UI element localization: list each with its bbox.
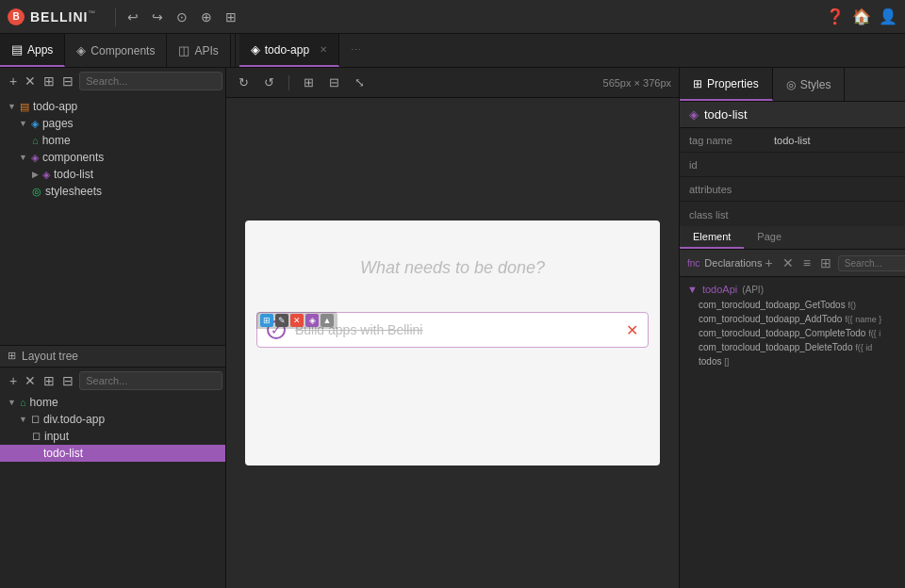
tool-delete[interactable]: ✕ bbox=[290, 314, 304, 327]
tree-item-label: home bbox=[42, 134, 71, 147]
main-area: + ✕ ⊞ ⊟ ▼ ▤ todo-app ▼ ◈ pages ⌂ home bbox=[0, 68, 905, 588]
left-panel: + ✕ ⊞ ⊟ ▼ ▤ todo-app ▼ ◈ pages ⌂ home bbox=[0, 68, 226, 588]
decl-item-fn: f({ id bbox=[855, 343, 872, 352]
undo-button[interactable]: ↩ bbox=[123, 6, 142, 28]
tab-apps-label: Apps bbox=[27, 43, 53, 57]
selected-element-header: ◈ todo-list bbox=[680, 102, 905, 128]
properties-icon: ⊞ bbox=[693, 77, 702, 90]
decl-search-input[interactable] bbox=[838, 255, 905, 271]
expand-button[interactable]: ⤡ bbox=[350, 74, 370, 91]
editor-tab-close[interactable]: ✕ bbox=[320, 44, 327, 55]
decl-item-deletetodo[interactable]: com_torocloud_todoapp_DeleteTodo f({ id bbox=[680, 340, 905, 354]
tree-item-todo-list[interactable]: ▶ ◈ todo-list bbox=[0, 166, 225, 183]
tab-divider bbox=[235, 34, 236, 67]
right-panel: ⊞ Properties ◎ Styles ◈ todo-list tag na… bbox=[679, 68, 905, 588]
decl-folder-button[interactable]: ⊞ bbox=[817, 254, 834, 271]
file-search-input[interactable] bbox=[79, 72, 222, 90]
decl-item-gettodos[interactable]: com_torocloud_todoapp_GetTodos f() bbox=[680, 298, 905, 312]
selected-element-name: todo-list bbox=[704, 107, 748, 122]
topbar-divider bbox=[115, 8, 116, 26]
tree-item-todo-app[interactable]: ▼ ▤ todo-app bbox=[0, 98, 225, 115]
dots-view-button[interactable]: ⊞ bbox=[299, 74, 319, 91]
tool-settings[interactable]: ◈ bbox=[305, 314, 319, 327]
decl-list-button[interactable]: ≡ bbox=[800, 254, 814, 271]
chevron-icon: ▼ bbox=[8, 102, 16, 111]
layout-file-button[interactable]: ⊟ bbox=[60, 371, 75, 390]
topbar: B BELLINI™ ↩ ↪ ⊙ ⊕ ⊞ ❓ 🏠 👤 bbox=[0, 0, 905, 34]
tab-styles-label: Styles bbox=[800, 78, 831, 91]
tab-apps[interactable]: ▤ Apps bbox=[0, 34, 65, 67]
prop-row-tagname: tag name todo-list bbox=[680, 128, 905, 153]
tree-item-components[interactable]: ▼ ◈ components bbox=[0, 149, 225, 166]
preview-delete-icon[interactable]: ✕ bbox=[626, 321, 638, 339]
grid-view-button[interactable]: ⊟ bbox=[324, 74, 344, 91]
tool-drag[interactable]: ⊞ bbox=[260, 314, 273, 327]
folder-view-button[interactable]: ⊞ bbox=[41, 72, 57, 90]
help-button[interactable]: ❓ bbox=[826, 8, 845, 25]
layout-item-home[interactable]: ▼ ⌂ home bbox=[0, 394, 225, 411]
decl-item-addtodo[interactable]: com_torocloud_todoapp_AddTodo f({ name } bbox=[680, 312, 905, 326]
viewport: What needs to be done? ⊞ ✎ ✕ ◈ ▲ ✓ Build… bbox=[226, 98, 679, 588]
layout-item-label: home bbox=[30, 396, 58, 409]
decl-item-text: com_torocloud_todoapp_GetTodos bbox=[699, 300, 846, 310]
style-icon: ◎ bbox=[32, 186, 41, 198]
div-icon: ◻ bbox=[31, 413, 40, 425]
declarations-group-todoapi: ▼ todoApi (API) com_torocloud_todoapp_Ge… bbox=[680, 281, 905, 368]
vp-separator bbox=[288, 75, 289, 90]
subtab-page[interactable]: Page bbox=[744, 226, 795, 249]
decl-item-text: com_torocloud_todoapp_DeleteTodo bbox=[699, 342, 852, 352]
component-icon: ◈ bbox=[42, 169, 50, 181]
refresh-button[interactable]: ↻ bbox=[234, 74, 254, 91]
prop-row-attributes: attributes bbox=[680, 177, 905, 202]
tab-properties[interactable]: ⊞ Properties bbox=[680, 68, 773, 101]
tab-styles[interactable]: ◎ Styles bbox=[773, 68, 846, 101]
zoom-button[interactable]: ⊕ bbox=[197, 6, 216, 28]
home-button[interactable]: 🏠 bbox=[852, 8, 871, 25]
layout-item-div-todo-app[interactable]: ▼ ◻ div.todo-app bbox=[0, 411, 225, 428]
chevron-icon: ▼ bbox=[19, 415, 27, 424]
topbar-actions: ↩ ↪ ⊙ ⊕ ⊞ bbox=[123, 6, 240, 28]
tree-item-pages[interactable]: ▼ ◈ pages bbox=[0, 115, 225, 132]
styles-icon: ◎ bbox=[786, 78, 796, 91]
tab-apis[interactable]: ◫ APIs bbox=[167, 34, 230, 67]
decl-group-header[interactable]: ▼ todoApi (API) bbox=[680, 281, 905, 298]
preview-todo-item[interactable]: ⊞ ✎ ✕ ◈ ▲ ✓ Build apps with Bellini ✕ bbox=[256, 312, 649, 348]
back-button[interactable]: ↺ bbox=[259, 74, 279, 91]
delete-file-button[interactable]: ✕ bbox=[23, 72, 38, 90]
history-button[interactable]: ⊙ bbox=[173, 6, 191, 28]
file-view-button[interactable]: ⊟ bbox=[60, 72, 75, 90]
decl-add-button[interactable]: + bbox=[762, 254, 775, 271]
file-tree-toolbar: + ✕ ⊞ ⊟ bbox=[0, 68, 225, 94]
prop-tagname-label: tag name bbox=[689, 135, 774, 146]
add-file-button[interactable]: + bbox=[8, 72, 19, 90]
tab-components[interactable]: ◈ Components bbox=[65, 34, 167, 67]
redo-button[interactable]: ↪ bbox=[148, 6, 167, 28]
layout-item-input[interactable]: ◻ input bbox=[0, 428, 225, 445]
tab-editor-todo-app[interactable]: ◈ todo-app ✕ bbox=[239, 34, 339, 67]
decl-delete-button[interactable]: ✕ bbox=[780, 254, 797, 271]
subtab-element[interactable]: Element bbox=[680, 226, 744, 249]
input-icon: ◻ bbox=[32, 430, 41, 442]
delete-layout-button[interactable]: ✕ bbox=[23, 371, 38, 390]
layout-item-todo-list[interactable]: ◈ todo-list bbox=[0, 445, 225, 462]
viewport-size: 565px × 376px bbox=[603, 77, 671, 89]
tab-more-button[interactable]: ⋯ bbox=[343, 44, 369, 57]
tree-item-home[interactable]: ⌂ home bbox=[0, 132, 225, 149]
tree-item-stylesheets[interactable]: ◎ stylesheets bbox=[0, 183, 225, 200]
decl-item-todos[interactable]: todos [] bbox=[680, 354, 905, 368]
home-icon: ⌂ bbox=[20, 397, 26, 408]
decl-item-text: todos bbox=[699, 356, 721, 367]
editor-tab-label: todo-app bbox=[265, 43, 309, 57]
declarations-label-icon: fnc bbox=[687, 258, 699, 269]
declarations-header: fnc Declarations + ✕ ≡ ⊞ ↻ bbox=[680, 250, 905, 277]
add-layout-button[interactable]: + bbox=[8, 371, 19, 390]
tool-edit[interactable]: ✎ bbox=[275, 314, 288, 327]
decl-item-completetodo[interactable]: com_torocloud_todoapp_CompleteTodo f({ i bbox=[680, 326, 905, 340]
layout-tree-section: ⊞ Layout tree + ✕ ⊞ ⊟ ▼ ⌂ home ▼ ◻ div.t… bbox=[0, 345, 225, 589]
preview-button[interactable]: ⊞ bbox=[222, 6, 240, 28]
tool-up[interactable]: ▲ bbox=[321, 314, 334, 327]
layout-folder-button[interactable]: ⊞ bbox=[41, 371, 57, 390]
app-logo: B BELLINI™ bbox=[8, 8, 96, 25]
user-button[interactable]: 👤 bbox=[879, 8, 897, 25]
layout-search-input[interactable] bbox=[79, 371, 222, 390]
